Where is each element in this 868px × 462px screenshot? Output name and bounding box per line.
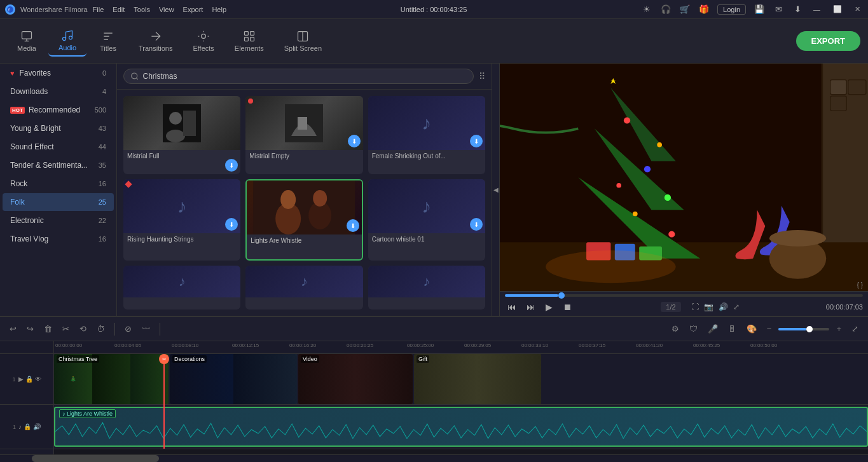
- fit-icon[interactable]: ⤢: [848, 322, 862, 336]
- clip-christmas-tree[interactable]: 🎄 Christmas Tree: [54, 354, 169, 404]
- tab-transitions[interactable]: Transitions: [130, 26, 181, 56]
- volume-icon[interactable]: 🔊: [719, 302, 728, 311]
- sidebar-item-electronic[interactable]: Electronic 22: [3, 212, 114, 229]
- screenshot-icon[interactable]: 📷: [704, 302, 713, 311]
- mail-icon[interactable]: ✉: [773, 4, 784, 15]
- zoom-slider[interactable]: [778, 328, 829, 330]
- svg-rect-9: [250, 37, 254, 41]
- download-btn-cartoon-whistle[interactable]: ⬇: [470, 218, 483, 231]
- step-back-button[interactable]: ⏭: [524, 301, 538, 313]
- tab-audio[interactable]: Audio: [48, 25, 86, 57]
- shield-icon[interactable]: 🛡: [686, 322, 701, 336]
- timeline-scrollbar[interactable]: [0, 454, 868, 462]
- track-audio-lock-icon[interactable]: 🔒: [24, 423, 31, 430]
- zoom-out-icon[interactable]: −: [764, 322, 775, 336]
- media-card-mistrial-full[interactable]: ⬇ Mistrial Full: [123, 96, 240, 174]
- menu-file[interactable]: File: [93, 6, 104, 13]
- media-card-mistrial-empty[interactable]: ⬇ Mistrial Empty: [245, 96, 362, 174]
- media-card-extra2[interactable]: ♪: [245, 266, 362, 309]
- track-eye-icon[interactable]: 👁: [35, 376, 41, 383]
- clip-gift[interactable]: Gift: [414, 354, 541, 404]
- split-button[interactable]: ⊘: [121, 322, 135, 336]
- svg-rect-7: [250, 32, 254, 36]
- media-card-cartoon-whistle[interactable]: ♪ ⬇ Cartoon whistle 01: [368, 179, 485, 260]
- delete-button[interactable]: 🗑: [41, 322, 55, 336]
- color-board-icon[interactable]: 🎨: [743, 322, 760, 336]
- audio-wave-button[interactable]: 〰: [139, 322, 153, 336]
- fullscreen-icon[interactable]: ⛶: [691, 302, 699, 311]
- scroll-thumb[interactable]: [32, 455, 159, 462]
- headphone-icon[interactable]: 🎧: [660, 4, 672, 15]
- sidebar-item-young-bright[interactable]: Young & Bright 43: [3, 119, 114, 137]
- prev-frame-button[interactable]: ⏮: [505, 301, 519, 313]
- search-input[interactable]: [142, 72, 467, 81]
- preview-progress-thumb[interactable]: [558, 292, 565, 299]
- download-btn-mistrial-empty[interactable]: ⬇: [348, 135, 361, 147]
- loop-markers: { }: [857, 282, 863, 289]
- download-btn-lights-whistle[interactable]: ⬇: [347, 219, 359, 232]
- sidebar-item-rock[interactable]: Rock 16: [3, 175, 114, 193]
- clip-video[interactable]: Video: [298, 354, 413, 404]
- media-card-female-shrieking[interactable]: ♪ ⬇ Female Shrieking Out of...: [368, 96, 485, 174]
- track-video-icon[interactable]: ▶: [18, 376, 24, 383]
- sidebar-item-downloads[interactable]: Downloads 4: [3, 83, 114, 100]
- panel-collapse-button[interactable]: ◀: [492, 64, 499, 316]
- audio-mix-icon[interactable]: 🎚: [725, 322, 740, 336]
- tab-effects[interactable]: Effects: [184, 26, 223, 56]
- track-audio-vol-icon[interactable]: 🔊: [33, 423, 41, 430]
- tab-splitscreen[interactable]: Split Screen: [275, 26, 331, 56]
- play-button[interactable]: ▶: [543, 301, 555, 313]
- zoom-in-icon[interactable]: +: [833, 322, 844, 336]
- cart-icon[interactable]: 🛒: [679, 4, 691, 15]
- minimize-button[interactable]: —: [811, 6, 823, 13]
- clip-lights-whistle[interactable]: ♪ Lights Are Whistle: [54, 407, 868, 447]
- download-btn-rising-haunting[interactable]: ⬇: [225, 218, 238, 231]
- preview-progress-bar[interactable]: { }: [505, 294, 863, 297]
- gift-icon[interactable]: 🎁: [698, 4, 710, 15]
- download-icon[interactable]: ⬇: [792, 4, 803, 15]
- stop-button[interactable]: ⏹: [560, 301, 574, 313]
- playhead[interactable]: ✂: [163, 354, 165, 449]
- media-card-rising-haunting[interactable]: ♪ ⬇ Rising Haunting Strings: [123, 179, 240, 260]
- track-audio-icon[interactable]: ♪: [18, 423, 22, 430]
- menu-tools[interactable]: Tools: [134, 6, 150, 13]
- menu-view[interactable]: View: [159, 6, 174, 13]
- mic-icon[interactable]: 🎤: [705, 322, 721, 336]
- sidebar-item-sound-effect[interactable]: Sound Effect 44: [3, 138, 114, 156]
- sidebar-item-tender[interactable]: Tender & Sentimenta... 35: [3, 156, 114, 174]
- download-btn-mistrial-full[interactable]: ⬇: [225, 159, 238, 172]
- sidebar-item-folk[interactable]: Folk 25: [3, 193, 114, 211]
- sidebar-item-travel-vlog[interactable]: Travel Vlog 16: [3, 230, 114, 248]
- sidebar-item-recommended[interactable]: HOT Recommended 500: [3, 101, 114, 119]
- menu-edit[interactable]: Edit: [113, 6, 125, 13]
- tab-titles[interactable]: Titles: [89, 26, 127, 56]
- tab-elements[interactable]: Elements: [226, 26, 273, 56]
- save-icon[interactable]: 💾: [754, 4, 765, 15]
- clip-decorations[interactable]: Decorations: [170, 354, 297, 404]
- media-card-lights-whistle[interactable]: ⬇ Lights Are Whistle: [245, 179, 362, 260]
- timer-button[interactable]: ⏱: [93, 322, 108, 336]
- grid-view-icon[interactable]: ⠿: [479, 71, 485, 81]
- cut-button[interactable]: ✂: [59, 322, 72, 336]
- resize-icon[interactable]: ⤢: [733, 302, 740, 311]
- maximize-button[interactable]: ⬜: [830, 5, 844, 13]
- settings-icon[interactable]: ⚙: [668, 322, 682, 336]
- sidebar-item-favorites[interactable]: ♥ Favorites 0: [3, 64, 114, 82]
- menu-export[interactable]: Export: [183, 6, 203, 13]
- close-button[interactable]: ✕: [852, 5, 863, 13]
- media-card-extra1[interactable]: ♪: [123, 266, 240, 309]
- menu-help[interactable]: Help: [212, 6, 226, 13]
- redo-button[interactable]: ↪: [24, 322, 37, 336]
- login-button[interactable]: Login: [717, 4, 746, 15]
- track-lock-icon[interactable]: 🔒: [25, 376, 33, 383]
- page-indicator[interactable]: 1/2: [661, 302, 680, 312]
- media-card-extra3[interactable]: ♪: [368, 266, 485, 309]
- search-input-wrap[interactable]: [123, 69, 474, 84]
- tab-media[interactable]: Media: [8, 26, 46, 56]
- undo-button[interactable]: ↩: [6, 322, 20, 336]
- ripple-button[interactable]: ⟲: [76, 322, 90, 336]
- export-button[interactable]: EXPORT: [796, 31, 860, 51]
- download-btn-female-shrieking[interactable]: ⬇: [470, 135, 483, 147]
- svg-point-4: [69, 36, 72, 39]
- sun-icon[interactable]: ☀: [641, 4, 652, 15]
